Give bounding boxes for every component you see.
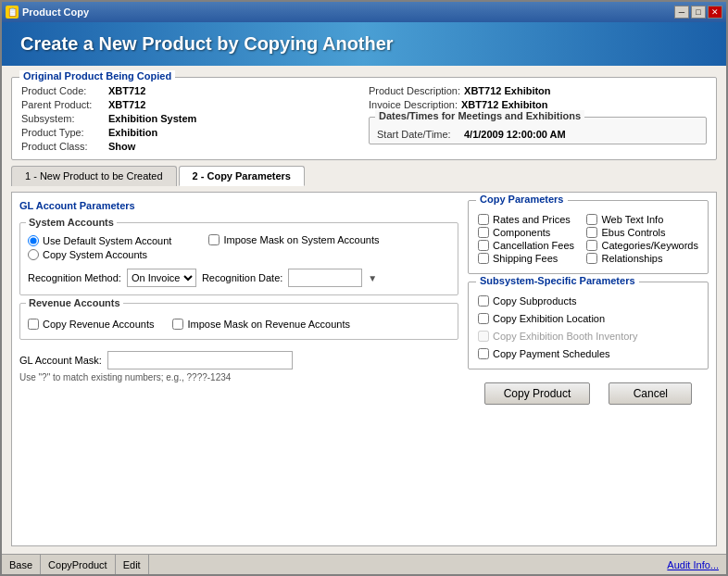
copy-system-radio[interactable] xyxy=(28,249,39,260)
web-text-row: Web Text Info xyxy=(586,214,698,225)
ebus-controls-label: Ebus Controls xyxy=(601,227,665,238)
parent-product-row: Parent Product: XBT712 xyxy=(21,99,359,110)
parent-product-value: XBT712 xyxy=(108,99,145,110)
copy-payment-schedules-checkbox[interactable] xyxy=(478,348,489,359)
original-product-title: Original Product Being Copied xyxy=(19,70,175,81)
copy-system-row: Copy System Accounts xyxy=(28,249,171,260)
header-banner: Create a New Product by Copying Another xyxy=(2,22,726,66)
parent-product-label: Parent Product: xyxy=(21,99,105,110)
gl-mask-input[interactable] xyxy=(107,351,293,369)
audit-dots: ... xyxy=(710,559,719,570)
gl-mask-row: GL Account Mask: xyxy=(19,351,458,369)
tab-copy-parameters[interactable]: 2 - Copy Parameters xyxy=(179,166,305,186)
components-checkbox[interactable] xyxy=(478,227,489,238)
copy-booth-inventory-checkbox[interactable] xyxy=(478,331,489,342)
product-code-row: Product Code: XBT712 xyxy=(21,85,359,96)
status-edit: Edit xyxy=(116,555,149,574)
status-module: CopyProduct xyxy=(41,555,116,574)
gl-mask-label: GL Account Mask: xyxy=(19,355,102,366)
rates-prices-checkbox[interactable] xyxy=(478,214,489,225)
invoice-description-value: XBT712 Exhibiton xyxy=(461,99,548,110)
product-description-row: Product Description: XBT712 Exhibiton xyxy=(369,85,707,96)
revenue-accounts-title: Revenue Accounts xyxy=(26,297,123,308)
use-default-row: Use Default System Account xyxy=(28,235,171,246)
original-product-group: Original Product Being Copied Product Co… xyxy=(11,77,717,160)
gl-mask-section: GL Account Mask: Use "?" to match existi… xyxy=(19,347,458,382)
invoice-description-label: Invoice Description: xyxy=(369,99,458,110)
copy-revenue-label: Copy Revenue Accounts xyxy=(43,319,154,330)
copy-exhibition-location-checkbox[interactable] xyxy=(478,313,489,324)
components-label: Components xyxy=(493,227,550,238)
shipping-fees-row: Shipping Fees xyxy=(478,253,579,264)
recognition-method-select[interactable]: On Invoice xyxy=(127,269,196,287)
audit-info-label: Audit Info xyxy=(667,559,709,570)
ebus-controls-row: Ebus Controls xyxy=(586,227,698,238)
title-bar: 📋 Product Copy ─ □ ✕ xyxy=(2,2,726,22)
main-panel: GL Account Parameters System Accounts Us… xyxy=(11,192,717,546)
impose-mask-system-row: Impose Mask on System Accounts xyxy=(208,234,379,245)
copy-booth-inventory-row: Copy Exhibition Booth Inventory xyxy=(478,331,698,342)
product-info-right: Product Description: XBT712 Exhibiton In… xyxy=(369,85,707,152)
recognition-date-input[interactable] xyxy=(288,269,362,287)
ebus-controls-checkbox[interactable] xyxy=(586,227,597,238)
copy-revenue-checkbox[interactable] xyxy=(28,319,39,330)
header-title: Create a New Product by Copying Another xyxy=(20,33,708,55)
product-info-left: Product Code: XBT712 Parent Product: XBT… xyxy=(21,85,359,152)
impose-mask-system-checkbox[interactable] xyxy=(208,234,220,245)
product-code-label: Product Code: xyxy=(21,85,105,96)
relationships-row: Relationships xyxy=(586,253,698,264)
audit-info-link[interactable]: Audit Info ... xyxy=(659,555,726,574)
tab-new-product[interactable]: 1 - New Product to be Created xyxy=(11,166,177,186)
subsystem-params-group: Subsystem-Specific Parameters Copy Subpr… xyxy=(468,282,709,369)
content-area: Original Product Being Copied Product Co… xyxy=(2,66,726,554)
title-bar-buttons: ─ □ ✕ xyxy=(674,6,722,19)
copy-parameters-title: Copy Parameters xyxy=(476,194,568,205)
subsystem-label: Subsystem: xyxy=(21,113,105,124)
start-date-row: Start Date/Time: 4/1/2009 12:00:00 AM xyxy=(377,129,698,140)
product-description-value: XBT712 Exhibiton xyxy=(464,85,551,96)
product-class-row: Product Class: Show xyxy=(21,141,359,152)
copy-exhibition-location-label: Copy Exhibition Location xyxy=(493,313,605,324)
web-text-checkbox[interactable] xyxy=(586,214,597,225)
maximize-button[interactable]: □ xyxy=(691,6,706,19)
start-date-label: Start Date/Time: xyxy=(377,129,460,140)
use-default-radio[interactable] xyxy=(28,235,39,246)
shipping-fees-checkbox[interactable] xyxy=(478,253,489,264)
dates-title: Dates/Times for Meetings and Exhibitions xyxy=(375,110,584,121)
components-row: Components xyxy=(478,227,579,238)
copy-product-button[interactable]: Copy Product xyxy=(484,382,591,405)
recognition-row: Recognition Method: On Invoice Recogniti… xyxy=(28,269,450,287)
copy-exhibition-location-row: Copy Exhibition Location xyxy=(478,313,698,324)
product-type-row: Product Type: Exhibition xyxy=(21,127,359,138)
revenue-accounts-group: Revenue Accounts Copy Revenue Accounts I… xyxy=(19,303,458,340)
copy-subproducts-label: Copy Subproducts xyxy=(493,295,577,307)
close-button[interactable]: ✕ xyxy=(708,6,722,19)
cancellation-fees-row: Cancellation Fees xyxy=(478,240,579,251)
title-bar-left: 📋 Product Copy xyxy=(6,6,89,19)
minimize-button[interactable]: ─ xyxy=(674,6,689,19)
subsystem-params-title: Subsystem-Specific Parameters xyxy=(476,275,639,286)
cancellation-fees-label: Cancellation Fees xyxy=(493,240,574,251)
impose-mask-system-label: Impose Mask on System Accounts xyxy=(223,234,379,245)
categories-checkbox[interactable] xyxy=(586,240,597,251)
shipping-fees-label: Shipping Fees xyxy=(493,253,558,264)
copy-params-col1: Rates and Prices Components Cancellation… xyxy=(478,212,579,266)
window-icon: 📋 xyxy=(6,6,19,19)
action-buttons: Copy Product Cancel xyxy=(468,382,709,405)
impose-mask-revenue-row: Impose Mask on Revenue Accounts xyxy=(172,319,349,330)
dates-box: Dates/Times for Meetings and Exhibitions… xyxy=(369,117,707,144)
cancellation-fees-checkbox[interactable] xyxy=(478,240,489,251)
relationships-checkbox[interactable] xyxy=(586,253,597,264)
product-description-label: Product Description: xyxy=(369,85,460,96)
copy-payment-schedules-row: Copy Payment Schedules xyxy=(478,348,698,359)
product-class-value: Show xyxy=(108,141,135,152)
copy-booth-inventory-label: Copy Exhibition Booth Inventory xyxy=(493,331,638,342)
copy-payment-schedules-label: Copy Payment Schedules xyxy=(493,348,610,359)
impose-mask-revenue-checkbox[interactable] xyxy=(172,319,183,330)
cancel-button[interactable]: Cancel xyxy=(609,382,692,405)
relationships-label: Relationships xyxy=(601,253,662,264)
recognition-date-label: Recognition Date: xyxy=(202,272,282,283)
rates-prices-label: Rates and Prices xyxy=(493,214,571,225)
copy-subproducts-checkbox[interactable] xyxy=(478,295,489,307)
use-default-label: Use Default System Account xyxy=(43,235,171,246)
